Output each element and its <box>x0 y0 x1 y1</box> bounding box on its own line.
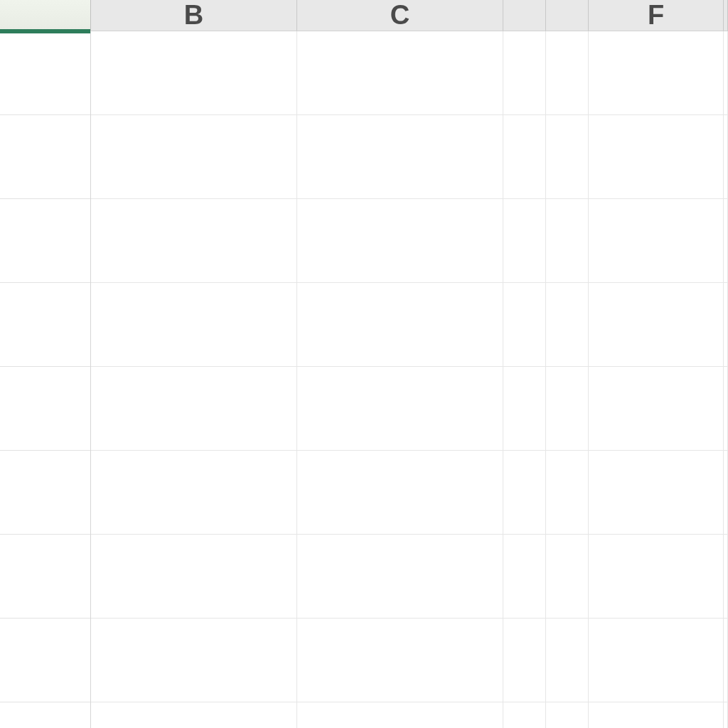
spreadsheet-view: B C F <box>0 0 728 728</box>
column-header-f[interactable]: F <box>589 0 724 31</box>
cell[interactable] <box>546 283 589 366</box>
cell[interactable] <box>297 283 503 366</box>
grid-row <box>91 535 728 619</box>
cell[interactable] <box>91 367 297 450</box>
cell[interactable] <box>546 535 589 618</box>
cell[interactable] <box>91 619 297 702</box>
cell[interactable] <box>589 535 724 618</box>
cell[interactable] <box>724 199 728 282</box>
cell[interactable] <box>546 115 589 198</box>
cell[interactable] <box>589 451 724 534</box>
cell[interactable] <box>589 283 724 366</box>
cell[interactable] <box>724 31 728 114</box>
cell[interactable] <box>589 702 724 728</box>
cell[interactable] <box>724 115 728 198</box>
column-headers: B C F <box>91 0 728 31</box>
cell[interactable] <box>589 115 724 198</box>
cell[interactable] <box>589 199 724 282</box>
column-header-c[interactable]: C <box>297 0 503 31</box>
cell[interactable] <box>503 115 546 198</box>
cell[interactable] <box>589 619 724 702</box>
column-header-narrow-2[interactable] <box>546 0 589 31</box>
cell[interactable] <box>91 199 297 282</box>
cell[interactable] <box>724 702 728 728</box>
cell[interactable] <box>546 619 589 702</box>
column-header-narrow-1[interactable] <box>503 0 546 31</box>
cell[interactable] <box>91 702 297 728</box>
cell[interactable] <box>503 535 546 618</box>
cell[interactable] <box>503 283 546 366</box>
grid-body <box>0 31 728 728</box>
column-header-last[interactable] <box>724 0 728 31</box>
cell[interactable] <box>91 451 297 534</box>
cell[interactable] <box>297 702 503 728</box>
cell[interactable] <box>297 451 503 534</box>
grid-row <box>91 283 728 367</box>
cells-area[interactable] <box>91 31 728 728</box>
grid-row <box>91 619 728 702</box>
cell[interactable] <box>724 451 728 534</box>
row-header[interactable] <box>0 451 90 535</box>
cell[interactable] <box>546 31 589 114</box>
select-all-corner[interactable] <box>0 0 91 31</box>
grid-row <box>91 199 728 283</box>
cell[interactable] <box>724 367 728 450</box>
grid-row <box>91 451 728 535</box>
cell[interactable] <box>503 367 546 450</box>
cell[interactable] <box>297 115 503 198</box>
cell[interactable] <box>724 535 728 618</box>
cell[interactable] <box>503 31 546 114</box>
cell[interactable] <box>503 619 546 702</box>
row-header[interactable] <box>0 702 90 728</box>
cell[interactable] <box>503 199 546 282</box>
cell[interactable] <box>91 535 297 618</box>
cell[interactable] <box>546 199 589 282</box>
grid-row <box>91 702 728 728</box>
cell[interactable] <box>297 31 503 114</box>
row-header-gutter <box>0 31 91 728</box>
row-header[interactable] <box>0 367 90 451</box>
cell[interactable] <box>589 367 724 450</box>
cell[interactable] <box>503 702 546 728</box>
cell[interactable] <box>91 31 297 114</box>
cell[interactable] <box>297 367 503 450</box>
row-header[interactable] <box>0 115 90 199</box>
row-header[interactable] <box>0 283 90 367</box>
cell[interactable] <box>503 451 546 534</box>
grid-row <box>91 115 728 199</box>
cell[interactable] <box>724 283 728 366</box>
grid-row <box>91 31 728 115</box>
cell[interactable] <box>297 535 503 618</box>
column-header-b[interactable]: B <box>91 0 297 31</box>
row-header[interactable] <box>0 535 90 619</box>
row-header[interactable] <box>0 31 90 115</box>
cell[interactable] <box>91 283 297 366</box>
cell[interactable] <box>724 619 728 702</box>
cell[interactable] <box>546 451 589 534</box>
cell[interactable] <box>91 115 297 198</box>
grid-row <box>91 367 728 451</box>
row-header[interactable] <box>0 619 90 702</box>
row-header[interactable] <box>0 199 90 283</box>
cell[interactable] <box>546 367 589 450</box>
column-header-row: B C F <box>0 0 728 31</box>
cell[interactable] <box>297 199 503 282</box>
cell[interactable] <box>589 31 724 114</box>
cell[interactable] <box>546 702 589 728</box>
cell[interactable] <box>297 619 503 702</box>
